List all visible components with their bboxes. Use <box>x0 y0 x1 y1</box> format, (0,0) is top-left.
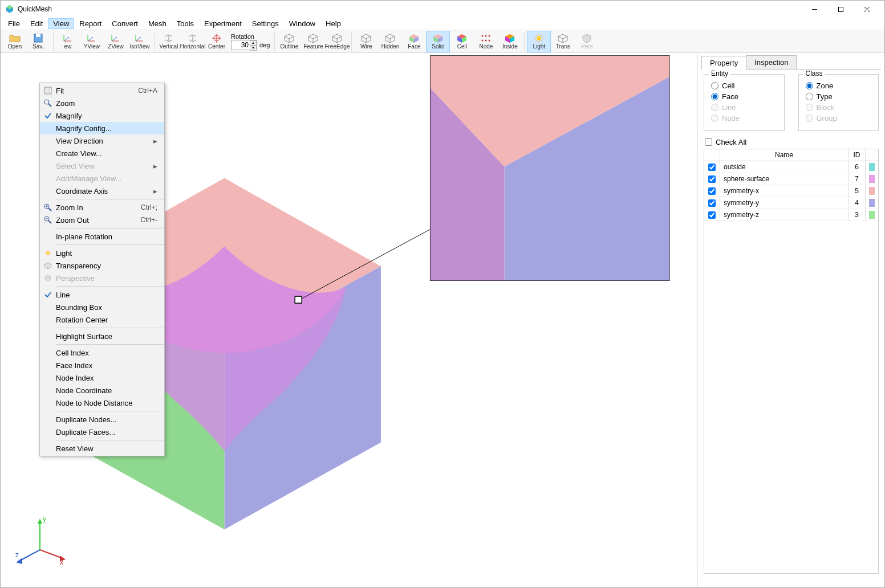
tool-label: Cell <box>457 43 467 50</box>
col-name[interactable]: Name <box>720 149 849 161</box>
cell-icon <box>456 34 468 43</box>
menubar: FileEditViewReportConvertMeshToolsExperi… <box>1 18 884 30</box>
tool-isoview[interactable]: IsoView <box>128 31 152 52</box>
table-row[interactable]: sphere-surface7 <box>704 173 878 185</box>
tool-label: ZView <box>108 43 124 50</box>
rotation-spinner[interactable]: ▲▼ <box>250 40 257 50</box>
menu-item-in-plane-rotation[interactable]: In-plane Rotation <box>40 230 164 243</box>
minimize-button[interactable] <box>801 1 827 18</box>
menu-item-magnify[interactable]: Magnify <box>40 109 164 122</box>
tool-fit[interactable]: ew <box>56 31 80 52</box>
menu-item-face-index[interactable]: Face Index <box>40 359 164 371</box>
menu-item-coordinate-axis[interactable]: Coordinate Axis▸ <box>40 185 164 197</box>
tab-property[interactable]: Property <box>701 56 746 70</box>
table-row[interactable]: symmetry-z3 <box>704 209 878 221</box>
row-checkbox[interactable] <box>708 187 716 195</box>
checkall-row[interactable]: Check All <box>705 138 878 146</box>
tool-cell[interactable]: Cell <box>450 31 474 52</box>
menu-edit[interactable]: Edit <box>25 18 48 29</box>
menu-convert[interactable]: Convert <box>107 18 143 29</box>
tool-center[interactable]: Center <box>205 31 229 52</box>
col-id[interactable]: ID <box>849 149 866 161</box>
menu-item-node-to-node-distance[interactable]: Node to Node Distance <box>40 397 164 409</box>
tool-solid[interactable]: Solid <box>426 31 450 52</box>
menu-item-fit[interactable]: FitCtrl+A <box>40 84 164 97</box>
tool-trans[interactable]: Trans <box>551 31 575 52</box>
checkall-checkbox[interactable] <box>705 138 712 146</box>
tool-wire[interactable]: Wire <box>354 31 378 52</box>
tool-label: Solid <box>432 43 444 50</box>
menu-item-magnify-config[interactable]: Magnify Config... <box>40 122 164 134</box>
menu-window[interactable]: Window <box>284 18 320 29</box>
row-checkbox[interactable] <box>708 175 716 183</box>
menu-item-cell-index[interactable]: Cell Index <box>40 346 164 359</box>
tool-inside[interactable]: Inside <box>498 31 522 52</box>
table-row[interactable]: outside6 <box>704 161 878 173</box>
row-checkbox[interactable] <box>708 164 716 171</box>
menu-item-line[interactable]: Line <box>40 288 164 301</box>
menu-item-duplicate-nodes[interactable]: Duplicate Nodes... <box>40 413 164 426</box>
menu-view[interactable]: View <box>48 18 74 29</box>
titlebar: QuickMesh <box>1 1 884 18</box>
menu-help[interactable]: Help <box>320 18 346 29</box>
radio-cell[interactable]: Cell <box>711 81 777 90</box>
menu-settings[interactable]: Settings <box>247 18 284 29</box>
tool-freeedge[interactable]: FreeEdge <box>325 31 349 52</box>
tool-node[interactable]: Node <box>474 31 498 52</box>
entity-group: Entity Cell Face Line Node <box>704 74 785 131</box>
tool-vertical[interactable]: Vertical <box>157 31 181 52</box>
menu-item-highlight-surface[interactable]: Highlight Surface <box>40 330 164 342</box>
menu-experiment[interactable]: Experiment <box>199 18 247 29</box>
maximize-button[interactable] <box>827 1 854 18</box>
menu-item-view-direction[interactable]: View Direction▸ <box>40 134 164 147</box>
tool-hidden[interactable]: Hidden <box>378 31 402 52</box>
tool-feature[interactable]: Feature <box>301 31 325 52</box>
tool-label: Outline <box>281 43 299 50</box>
tool-yview[interactable]: YView <box>80 31 104 52</box>
svg-rect-9 <box>295 296 302 303</box>
menu-item-zoom-out[interactable]: Zoom OutCtrl+- <box>40 214 164 226</box>
menu-item-reset-view[interactable]: Reset View <box>40 442 164 455</box>
menu-item-node-coordinate[interactable]: Node Coordinate <box>40 384 164 397</box>
tool-save[interactable]: Sav.. <box>27 31 51 52</box>
menu-item-duplicate-faces[interactable]: Duplicate Faces... <box>40 426 164 438</box>
svg-text:y: y <box>43 516 46 523</box>
menu-item-zoom-in[interactable]: Zoom InCtrl+; <box>40 201 164 214</box>
menu-file[interactable]: File <box>3 18 25 29</box>
row-id: 4 <box>849 197 866 209</box>
menu-tools[interactable]: Tools <box>172 18 199 29</box>
table-row[interactable]: symmetry-y4 <box>704 197 878 209</box>
menu-item-label: Zoom Out <box>56 216 140 224</box>
row-checkbox[interactable] <box>708 211 716 219</box>
menu-item-rotation-center[interactable]: Rotation Center <box>40 313 164 326</box>
radio-type[interactable]: Type <box>806 92 872 101</box>
tool-horizontal[interactable]: Horizontal <box>181 31 205 52</box>
table-row[interactable]: symmetry-x5 <box>704 185 878 197</box>
close-button[interactable] <box>854 1 880 18</box>
tool-label: Center <box>208 43 225 50</box>
tool-zview[interactable]: ZView <box>104 31 128 52</box>
tool-light[interactable]: Light <box>527 31 551 52</box>
tool-label: Vertical <box>160 43 178 50</box>
menu-item-transparency[interactable]: Transparency <box>40 259 164 272</box>
menu-item-light[interactable]: Light <box>40 247 164 259</box>
app-title: QuickMesh <box>18 5 52 13</box>
tool-pers: Pers <box>575 31 599 52</box>
radio-face[interactable]: Face <box>711 92 777 101</box>
menu-item-add-manage-view: Add/Manage View... <box>40 172 164 185</box>
tool-outline[interactable]: Outline <box>277 31 301 52</box>
menu-item-zoom[interactable]: Zoom <box>40 97 164 109</box>
radio-zone[interactable]: Zone <box>806 81 872 90</box>
tool-open[interactable]: Open <box>3 31 27 52</box>
menu-item-create-view[interactable]: Create View... <box>40 147 164 160</box>
menu-item-node-index[interactable]: Node Index <box>40 371 164 384</box>
menu-item-bounding-box[interactable]: Bounding Box <box>40 301 164 313</box>
menu-report[interactable]: Report <box>74 18 107 29</box>
tool-face[interactable]: Face <box>402 31 426 52</box>
rotation-label: Rotation <box>231 33 254 40</box>
radio-node: Node <box>711 114 777 122</box>
zview-icon <box>110 34 121 43</box>
row-checkbox[interactable] <box>708 199 716 207</box>
menu-mesh[interactable]: Mesh <box>143 18 172 29</box>
tab-inspection[interactable]: Inspection <box>746 55 797 69</box>
